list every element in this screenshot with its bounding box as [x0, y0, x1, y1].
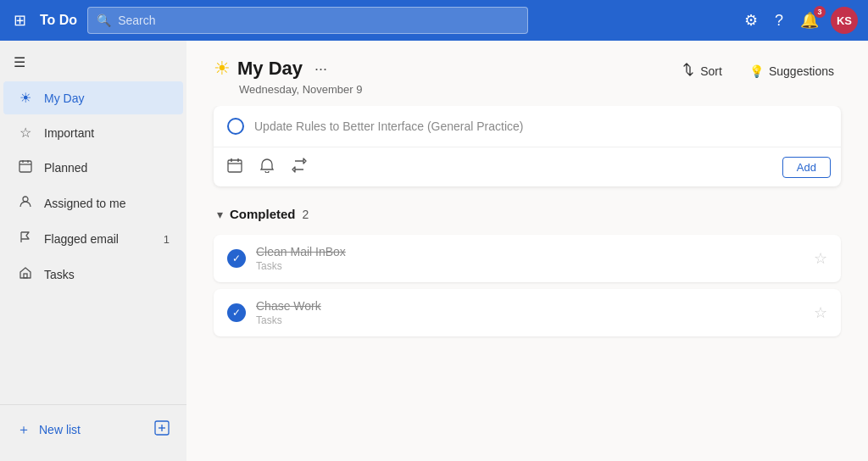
flagged-badge: 1 — [164, 233, 170, 246]
sidebar-label-tasks: Tasks — [44, 268, 170, 281]
task-input-card: Add — [214, 106, 841, 186]
lightbulb-icon: 💡 — [749, 64, 764, 78]
add-button[interactable]: Add — [782, 157, 831, 178]
task-item: ✓ Clean Mail InBox Tasks ☆ — [214, 235, 841, 282]
completed-label: Completed — [230, 207, 296, 221]
settings-button[interactable]: ⚙ — [739, 8, 763, 33]
task-circle-button[interactable] — [227, 118, 244, 135]
task-item-content: Clean Mail InBox Tasks — [256, 245, 804, 272]
topbar-actions: ⚙ ? 🔔 3 KS — [739, 7, 858, 34]
sidebar-label-planned: Planned — [44, 161, 170, 175]
help-icon: ? — [775, 12, 783, 30]
avatar-button[interactable]: KS — [831, 7, 858, 34]
task-item-sub: Tasks — [256, 314, 804, 326]
new-list-button[interactable]: ＋ New list — [3, 412, 183, 447]
content-title-row: ☀ My Day ··· — [214, 58, 362, 80]
sidebar-label-assigned: Assigned to me — [44, 197, 170, 210]
grid-icon[interactable]: ⊞ — [10, 8, 30, 33]
content-sun-icon: ☀ — [214, 58, 231, 80]
sidebar-item-my-day[interactable]: ☀ My Day — [3, 81, 183, 114]
help-button[interactable]: ? — [770, 8, 788, 33]
add-list-icon — [154, 420, 170, 439]
notifications-button[interactable]: 🔔 3 — [795, 8, 824, 33]
task-area: Add ▾ Completed 2 ✓ Clean Mail InBox Tas… — [186, 106, 868, 461]
home-icon — [17, 266, 34, 283]
star-icon: ☆ — [17, 125, 34, 141]
avatar-initials: KS — [837, 14, 852, 27]
search-icon: 🔍 — [97, 14, 111, 27]
sidebar-label-my-day: My Day — [44, 92, 170, 105]
topbar: ⊞ To Do 🔍 ⚙ ? 🔔 3 KS — [0, 0, 868, 41]
content-header-right: Sort 💡 Suggestions — [675, 58, 841, 84]
sidebar-item-assigned[interactable]: Assigned to me — [3, 186, 183, 220]
sort-icon — [682, 63, 695, 79]
suggestions-button[interactable]: 💡 Suggestions — [743, 59, 841, 83]
notifications-badge: 3 — [814, 6, 826, 18]
search-input[interactable] — [118, 14, 519, 27]
task-star-button[interactable]: ☆ — [814, 303, 827, 322]
calendar-toolbar-icon[interactable] — [224, 154, 246, 180]
main-layout: ☰ ☀ My Day ☆ Important Planned — [0, 41, 868, 461]
task-complete-button[interactable]: ✓ — [227, 303, 246, 322]
sun-icon: ☀ — [17, 90, 34, 106]
svg-rect-5 — [24, 274, 27, 278]
flag-icon — [17, 230, 34, 247]
task-complete-button[interactable]: ✓ — [227, 249, 246, 268]
sidebar-item-important[interactable]: ☆ Important — [3, 116, 183, 149]
completed-header[interactable]: ▾ Completed 2 — [214, 200, 841, 228]
sort-button[interactable]: Sort — [675, 58, 729, 84]
more-options-button[interactable]: ··· — [309, 58, 332, 80]
calendar-icon — [17, 159, 34, 176]
suggestions-label: Suggestions — [769, 64, 834, 78]
plus-icon: ＋ — [17, 421, 31, 439]
sidebar-item-tasks[interactable]: Tasks — [3, 258, 183, 292]
search-bar[interactable]: 🔍 — [87, 7, 528, 34]
task-item-name: Clean Mail InBox — [256, 245, 804, 258]
sidebar-label-important: Important — [44, 126, 170, 140]
svg-rect-9 — [228, 160, 242, 172]
sidebar-label-flagged: Flagged email — [44, 232, 153, 246]
content-header-left: ☀ My Day ··· Wednesday, November 9 — [214, 58, 362, 96]
svg-point-4 — [23, 197, 28, 202]
hamburger-button[interactable]: ☰ — [0, 47, 186, 77]
task-toolbar: Add — [214, 147, 841, 186]
person-icon — [17, 195, 34, 212]
sort-label: Sort — [700, 64, 722, 78]
completed-count: 2 — [303, 208, 309, 221]
page-title: My Day — [237, 58, 303, 80]
sidebar-item-flagged[interactable]: Flagged email 1 — [3, 222, 183, 256]
sidebar: ☰ ☀ My Day ☆ Important Planned — [0, 41, 186, 461]
content-header: ☀ My Day ··· Wednesday, November 9 Sort — [186, 41, 868, 106]
content-area: ☀ My Day ··· Wednesday, November 9 Sort — [186, 41, 868, 461]
svg-rect-0 — [19, 161, 31, 172]
repeat-toolbar-icon[interactable] — [288, 154, 310, 180]
task-star-button[interactable]: ☆ — [814, 249, 827, 268]
settings-icon: ⚙ — [744, 11, 758, 30]
sidebar-item-planned[interactable]: Planned — [3, 151, 183, 185]
task-item: ✓ Chase Work Tasks ☆ — [214, 289, 841, 336]
task-input-field[interactable] — [254, 119, 827, 133]
content-date: Wednesday, November 9 — [239, 83, 362, 96]
chevron-down-icon: ▾ — [217, 208, 223, 221]
app-title: To Do — [40, 13, 77, 28]
reminder-toolbar-icon[interactable] — [256, 154, 278, 180]
task-item-name: Chase Work — [256, 299, 804, 313]
task-input-row — [214, 106, 841, 147]
task-item-sub: Tasks — [256, 260, 804, 272]
sidebar-footer: ＋ New list — [0, 404, 186, 454]
new-list-label: New list — [39, 423, 146, 436]
task-item-content: Chase Work Tasks — [256, 299, 804, 326]
